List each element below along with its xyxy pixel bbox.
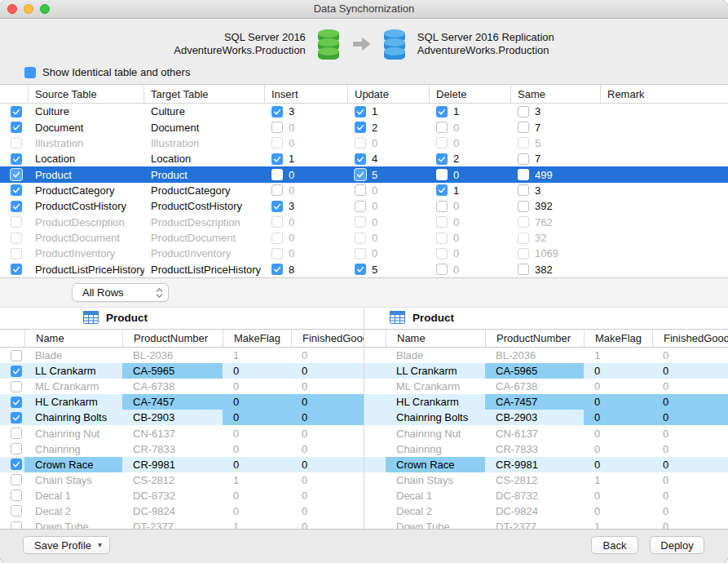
detail-row-checkbox[interactable]	[11, 381, 22, 392]
detail-row-checkbox[interactable]	[11, 350, 22, 361]
insert-checkbox[interactable]	[271, 106, 283, 117]
detail-row-checkbox[interactable]	[11, 490, 22, 501]
same-checkbox[interactable]	[518, 264, 529, 275]
column-header-target-table[interactable]: Target Table	[144, 85, 265, 103]
insert-checkbox[interactable]	[271, 216, 283, 228]
detail-row[interactable]: Chainring BoltsCB-290300	[364, 410, 728, 425]
update-checkbox[interactable]	[355, 248, 366, 259]
detail-column-header-productnumber[interactable]: ProductNumber	[122, 330, 223, 347]
insert-checkbox[interactable]	[271, 153, 283, 165]
update-checkbox[interactable]	[355, 106, 366, 117]
update-checkbox[interactable]	[355, 153, 366, 165]
detail-column-header-makeflag[interactable]: MakeFlag	[223, 330, 291, 347]
detail-row[interactable]: Crown RaceCR-998100	[0, 457, 364, 472]
delete-checkbox[interactable]	[436, 184, 448, 196]
insert-checkbox[interactable]	[271, 137, 283, 149]
row-checkbox[interactable]	[11, 106, 22, 117]
same-checkbox[interactable]	[518, 169, 529, 180]
column-header-delete[interactable]: Delete	[430, 85, 511, 103]
detail-row[interactable]: Chain StaysCS-281210	[364, 472, 728, 488]
update-checkbox[interactable]	[355, 264, 366, 275]
detail-row[interactable]: Crown RaceCR-998100	[364, 457, 728, 472]
delete-checkbox[interactable]	[436, 137, 448, 149]
column-header-update[interactable]: Update	[348, 85, 430, 103]
delete-checkbox[interactable]	[436, 201, 448, 212]
row-checkbox[interactable]	[11, 201, 22, 212]
column-header-same[interactable]: Same	[511, 85, 601, 103]
sync-table-row[interactable]: ProductCostHistoryProductCostHistory3003…	[0, 198, 728, 214]
same-checkbox[interactable]	[518, 106, 529, 117]
detail-row[interactable]: ML CrankarmCA-673800	[364, 379, 728, 394]
detail-row-checkbox[interactable]	[11, 397, 22, 408]
same-checkbox[interactable]	[518, 122, 529, 133]
deploy-button[interactable]: Deploy	[650, 536, 704, 554]
column-header-remark[interactable]: Remark	[601, 85, 728, 103]
detail-row[interactable]: Chainring NutCN-613700	[0, 425, 364, 441]
same-checkbox[interactable]	[518, 233, 529, 244]
same-checkbox[interactable]	[518, 248, 529, 259]
detail-row[interactable]: Decal 2DC-982400	[0, 503, 364, 519]
detail-row-checkbox[interactable]	[11, 521, 22, 529]
row-checkbox[interactable]	[11, 216, 22, 228]
row-checkbox[interactable]	[11, 169, 22, 180]
show-identical-checkbox[interactable]: Show Identical table and others	[24, 66, 190, 78]
insert-checkbox[interactable]	[271, 201, 283, 212]
row-checkbox[interactable]	[11, 264, 22, 275]
sync-table-row[interactable]: ProductCategoryProductCategory0013	[0, 183, 728, 198]
save-profile-button[interactable]: Save Profile ▾	[23, 536, 110, 554]
delete-checkbox[interactable]	[436, 233, 448, 244]
sync-table-row[interactable]: DocumentDocument0207	[0, 119, 728, 135]
sync-table-row[interactable]: ProductDescriptionProductDescription0007…	[0, 215, 728, 230]
delete-checkbox[interactable]	[436, 122, 448, 133]
row-checkbox[interactable]	[11, 184, 22, 196]
sync-table-row[interactable]: LocationLocation1427	[0, 151, 728, 166]
detail-row[interactable]: LL CrankarmCA-596500	[364, 363, 728, 379]
row-checkbox[interactable]	[11, 137, 22, 149]
insert-checkbox[interactable]	[271, 169, 283, 180]
update-checkbox[interactable]	[355, 122, 366, 133]
detail-row-checkbox[interactable]	[11, 505, 22, 516]
detail-row-checkbox[interactable]	[11, 474, 22, 485]
insert-checkbox[interactable]	[271, 264, 283, 275]
back-button[interactable]: Back	[591, 536, 638, 554]
update-checkbox[interactable]	[355, 216, 366, 228]
detail-column-header-finishedgood[interactable]: FinishedGood	[652, 330, 728, 347]
detail-row[interactable]: Down TubeDT-237710	[364, 519, 728, 529]
insert-checkbox[interactable]	[271, 122, 283, 133]
row-checkbox[interactable]	[11, 233, 22, 244]
detail-column-header-productnumber[interactable]: ProductNumber	[485, 330, 584, 347]
delete-checkbox[interactable]	[436, 106, 448, 117]
sync-table-row[interactable]: ProductProduct050499	[0, 166, 728, 182]
insert-checkbox[interactable]	[271, 248, 283, 259]
update-checkbox[interactable]	[355, 201, 366, 212]
update-checkbox[interactable]	[355, 184, 366, 196]
sync-table-row[interactable]: ProductInventoryProductInventory0001069	[0, 246, 728, 261]
delete-checkbox[interactable]	[436, 248, 448, 259]
detail-row-checkbox[interactable]	[11, 428, 22, 439]
close-button[interactable]	[7, 4, 17, 14]
insert-checkbox[interactable]	[271, 184, 283, 196]
detail-row[interactable]: ChainringCR-783300	[0, 441, 364, 457]
same-checkbox[interactable]	[518, 137, 529, 149]
row-filter-dropdown[interactable]: All Rows	[72, 283, 169, 302]
same-checkbox[interactable]	[518, 216, 529, 228]
detail-row[interactable]: Chainring BoltsCB-290300	[0, 410, 364, 425]
insert-checkbox[interactable]	[271, 233, 283, 244]
delete-checkbox[interactable]	[436, 264, 448, 275]
detail-column-header-name[interactable]: Name	[24, 330, 122, 347]
detail-row[interactable]: HL CrankarmCA-745700	[364, 394, 728, 410]
detail-row[interactable]: Chain StaysCS-281210	[0, 472, 364, 488]
detail-row[interactable]: HL CrankarmCA-745700	[0, 394, 364, 410]
column-header-source-table[interactable]: Source Table	[29, 85, 144, 103]
detail-row[interactable]: Decal 1DC-873200	[0, 488, 364, 503]
detail-row[interactable]: Decal 1DC-873200	[364, 488, 728, 503]
delete-checkbox[interactable]	[436, 216, 448, 228]
detail-row[interactable]: BladeBL-203610	[0, 348, 364, 363]
update-checkbox[interactable]	[355, 169, 366, 180]
column-header-insert[interactable]: Insert	[265, 85, 348, 103]
same-checkbox[interactable]	[518, 201, 529, 212]
sync-table-row[interactable]: ProductListPriceHistoryProductListPriceH…	[0, 262, 728, 277]
detail-row[interactable]: Chainring NutCN-613700	[364, 425, 728, 441]
minimize-button[interactable]	[24, 4, 33, 14]
sync-table-row[interactable]: CultureCulture3113	[0, 104, 728, 119]
